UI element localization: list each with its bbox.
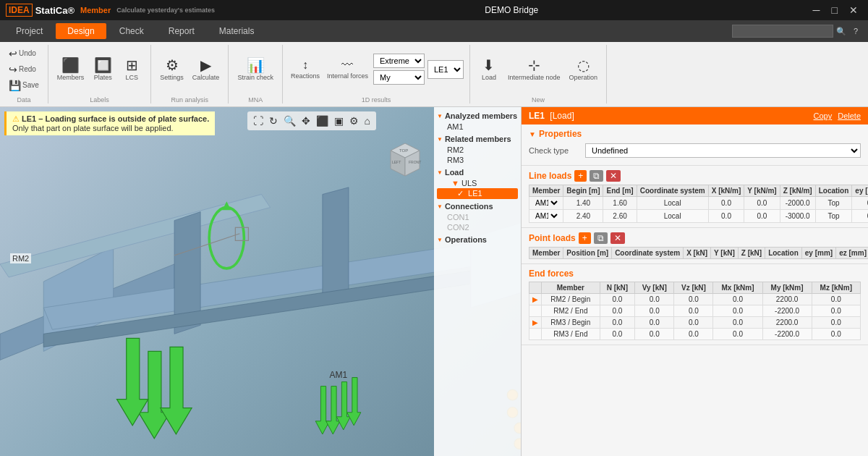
extreme-select[interactable]: Extreme xyxy=(373,54,425,68)
toolbar: ↩ Undo ↪ Redo 💾 Save Data ⬛ Members xyxy=(0,42,868,107)
svg-text:TOP: TOP xyxy=(399,148,408,153)
delete-button[interactable]: Delete xyxy=(838,111,861,120)
properties-expand-icon[interactable]: ▼ xyxy=(529,130,536,138)
load-button[interactable]: ⬇ Load xyxy=(476,55,502,84)
expand-row-icon[interactable]: ▶ xyxy=(529,294,542,305)
tree-item-rm3[interactable]: RM3 xyxy=(437,155,518,165)
check-type-select[interactable]: Undefined xyxy=(585,143,861,158)
intermediate-node-button[interactable]: ⊹ Intermediate node xyxy=(505,55,563,84)
maximize-button[interactable]: □ xyxy=(827,3,842,17)
undo-button[interactable]: ↩ Undo xyxy=(6,46,42,61)
settings-button[interactable]: ⚙ Settings xyxy=(157,55,187,84)
related-members-header[interactable]: ▼ Related members xyxy=(437,133,518,145)
plates-icon: 🔲 xyxy=(94,58,112,72)
copy-button[interactable]: Copy xyxy=(814,111,833,120)
properties-section: ▼ Properties Check type Undefined xyxy=(522,124,868,166)
internal-forces-button[interactable]: 〰 Internal forces xyxy=(325,57,370,82)
viewport[interactable]: ⚠ LE1 – Loading surface is outside of pl… xyxy=(0,107,521,456)
undo-redo-save: ↩ Undo ↪ Redo 💾 Save xyxy=(6,46,42,93)
tree-item-le1[interactable]: ✓ LE1 xyxy=(437,188,518,199)
connections-label: Connections xyxy=(445,202,493,211)
analyzed-members-header[interactable]: ▼ Analyzed members xyxy=(437,110,518,122)
expand-row-icon[interactable] xyxy=(529,329,542,340)
end-forces-body: ▶RM2 / Begin0.00.00.00.02200.00.0RM2 / E… xyxy=(529,294,861,340)
search-input[interactable] xyxy=(732,25,833,38)
window-controls: ─ □ ✕ xyxy=(809,3,862,17)
save-button[interactable]: 💾 Save xyxy=(6,78,42,93)
line-loads-delete-button[interactable]: ✕ xyxy=(606,170,621,182)
save-icon: 💾 xyxy=(9,80,21,91)
reactions-button[interactable]: ↕ Reactions xyxy=(289,57,322,82)
tree-section-related: ▼ Related members RM2 RM3 xyxy=(437,133,518,165)
undo-label: Undo xyxy=(19,49,36,57)
end-forces-table: Member N [kN] Vy [kN] Vz [kN] Mx [kNm] M… xyxy=(529,282,861,340)
point-loads-copy-button[interactable]: ⧉ xyxy=(594,232,608,244)
operation-button[interactable]: ◌ Operation xyxy=(566,55,601,84)
line-loads-add-button[interactable]: + xyxy=(574,170,587,182)
search-icon[interactable]: 🔍 xyxy=(836,27,846,36)
uls-expand-icon: ▼ xyxy=(451,179,459,187)
expand-load-icon: ▼ xyxy=(437,169,443,176)
line-loads-section: Line loads + ⧉ ✕ Member Begin [m] End [m… xyxy=(522,166,868,228)
table-row[interactable]: ▶RM2 / Begin0.00.00.00.02200.00.0 xyxy=(529,294,861,305)
logo-tagline: Calculate yesterday's estimates xyxy=(116,7,215,14)
minimize-button[interactable]: ─ xyxy=(809,3,825,17)
redo-button[interactable]: ↪ Redo xyxy=(6,62,42,77)
close-button[interactable]: ✕ xyxy=(845,3,862,17)
point-loads-header: Point loads + ⧉ ✕ xyxy=(529,232,861,244)
strain-check-icon: 📊 xyxy=(247,58,265,72)
table-row[interactable]: RM3 / End0.00.00.00.0-2200.00.0 xyxy=(529,329,861,340)
svg-text:FRONT: FRONT xyxy=(409,160,421,164)
calculate-label: Calculate xyxy=(192,74,220,81)
expand-row-icon[interactable]: ▶ xyxy=(529,317,542,329)
my-select[interactable]: My xyxy=(373,70,425,85)
rp-title: LE1 [Load] xyxy=(529,111,574,121)
tab-check[interactable]: Check xyxy=(108,23,156,39)
plates-button[interactable]: 🔲 Plates xyxy=(90,55,116,84)
tree-item-uls[interactable]: ▼ ULS xyxy=(437,178,518,188)
le1-check-icon: ✓ xyxy=(457,189,464,198)
member-cell-select[interactable]: AM1 xyxy=(532,211,560,221)
table-row[interactable]: AM12.402.60Local0.00.0-3000.0Top00400 xyxy=(529,210,869,223)
tree-item-rm2[interactable]: RM2 xyxy=(437,145,518,155)
point-loads-title: Point loads xyxy=(529,233,576,243)
rp-actions: Copy Delete xyxy=(814,111,861,120)
tab-design[interactable]: Design xyxy=(56,23,106,39)
operations-header[interactable]: ▼ Operations xyxy=(437,234,518,245)
tree-item-con1[interactable]: CON1 xyxy=(437,212,518,222)
point-loads-add-button[interactable]: + xyxy=(579,232,591,244)
help-button[interactable]: ? xyxy=(848,24,864,38)
expand-row-icon[interactable] xyxy=(529,305,542,317)
col-ey-pt: ey [mm] xyxy=(801,248,835,259)
lcs-button[interactable]: ⊞ LCS xyxy=(119,55,145,84)
load-header[interactable]: ▼ Load xyxy=(437,166,518,178)
col-ez-pt: ez [mm] xyxy=(836,248,868,259)
tab-project[interactable]: Project xyxy=(4,23,54,39)
col-x-pt: X [kN] xyxy=(684,248,711,259)
check-type-value: Undefined xyxy=(585,143,861,158)
col-mx: Mx [kNm] xyxy=(713,282,762,294)
table-row[interactable]: RM2 / End0.00.00.00.0-2200.00.0 xyxy=(529,305,861,317)
end-forces-header: End forces xyxy=(529,269,861,279)
le1-select[interactable]: LE1 xyxy=(427,60,464,79)
calculate-icon: ▶ xyxy=(200,58,211,72)
tab-report[interactable]: Report xyxy=(157,23,206,39)
connections-header[interactable]: ▼ Connections xyxy=(437,200,518,212)
point-loads-delete-button[interactable]: ✕ xyxy=(610,232,625,244)
members-icon: ⬛ xyxy=(61,58,80,72)
table-row[interactable]: ▶RM3 / Begin0.00.00.00.02200.00.0 xyxy=(529,317,861,329)
tab-materials[interactable]: Materials xyxy=(208,23,266,39)
navigation-cube[interactable]: TOP LEFT FRONT xyxy=(383,136,427,180)
calculate-button[interactable]: ▶ Calculate xyxy=(190,55,223,84)
table-row[interactable]: AM11.401.60Local0.00.0-2000.0Top00100 xyxy=(529,197,869,210)
rp-title-id: LE1 xyxy=(529,111,545,121)
line-loads-copy-button[interactable]: ⧉ xyxy=(590,170,603,182)
col-end: End [m] xyxy=(603,185,637,197)
tree-item-con2[interactable]: CON2 xyxy=(437,222,518,232)
strain-check-button[interactable]: 📊 Strain check xyxy=(234,55,276,84)
lcs-label: LCS xyxy=(126,74,139,81)
tree-item-am1[interactable]: AM1 xyxy=(437,122,518,132)
members-button[interactable]: ⬛ Members xyxy=(54,55,88,84)
member-cell-select[interactable]: AM1 xyxy=(532,198,560,208)
results-tools: ↕ Reactions 〰 Internal forces Extreme My… xyxy=(289,45,464,93)
